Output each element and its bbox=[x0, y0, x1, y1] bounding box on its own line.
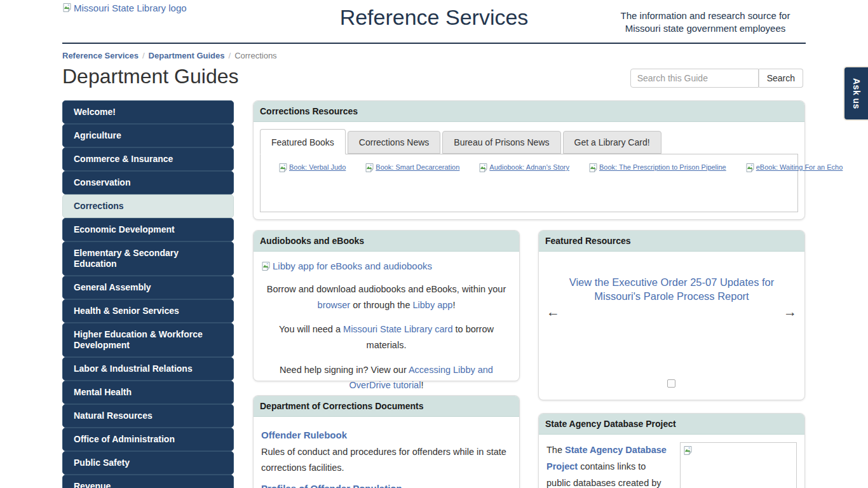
corrections-resources-body: Featured Books Corrections News Bureau o… bbox=[254, 122, 804, 212]
sidebar-item-agriculture[interactable]: Agriculture bbox=[62, 124, 234, 147]
text-fragment: Borrow and download audiobooks and eBook… bbox=[267, 284, 506, 294]
corrections-resources-title: Corrections Resources bbox=[254, 101, 804, 122]
sidebar-item-general-assembly[interactable]: General Assembly bbox=[62, 276, 234, 299]
sidebar-item-higher-education-workforce[interactable]: Higher Education & Workforce Development bbox=[62, 323, 234, 357]
sidebar-item-economic-development[interactable]: Economic Development bbox=[62, 218, 234, 241]
text-fragment: Need help signing in? View our bbox=[280, 365, 409, 375]
text-fragment: The bbox=[546, 445, 565, 455]
corrections-documents-box: Department of Corrections Documents Offe… bbox=[253, 395, 520, 488]
featured-resources-title: Featured Resources bbox=[539, 231, 804, 252]
book-link-smart-decarceration[interactable]: Book: Smart Decarceration bbox=[365, 163, 459, 173]
library-card-paragraph: You will need a Missouri State Library c… bbox=[261, 322, 512, 353]
broken-image-icon bbox=[365, 163, 375, 173]
featured-resources-carousel: View the Executive Order 25-07 Updates f… bbox=[539, 252, 804, 400]
tab-bureau-of-prisons-news[interactable]: Bureau of Prisons News bbox=[442, 131, 560, 154]
offender-rulebook-description: Rules of conduct and procedures for offe… bbox=[261, 444, 512, 477]
search-input[interactable] bbox=[630, 69, 759, 88]
breadcrumb-separator: / bbox=[142, 51, 145, 60]
corrections-resources-box: Corrections Resources Featured Books Cor… bbox=[253, 100, 805, 220]
carousel-next-icon[interactable]: → bbox=[783, 305, 797, 318]
sidebar-item-labor-industrial-relations[interactable]: Labor & Industrial Relations bbox=[62, 357, 234, 381]
sidebar-item-corrections[interactable]: Corrections bbox=[62, 194, 234, 218]
broken-image-icon bbox=[261, 261, 271, 271]
book-link-waiting-for-an-echo[interactable]: eBook: Waiting For an Echo bbox=[745, 163, 843, 173]
carousel-prev-icon[interactable]: ← bbox=[546, 305, 560, 318]
carousel-dot[interactable] bbox=[667, 379, 675, 388]
broken-image-icon bbox=[588, 163, 599, 173]
book-link-prescription-to-prison-pipeline[interactable]: Book: The Prescription to Prison Pipelin… bbox=[588, 163, 726, 173]
featured-books-row: Book: Verbal Judo Book: Smart Decarcerat… bbox=[278, 163, 780, 173]
featured-books-panel: Book: Verbal Judo Book: Smart Decarcerat… bbox=[260, 154, 798, 212]
guide-page-nav: Welcome! Agriculture Commerce & Insuranc… bbox=[62, 100, 234, 488]
text-fragment: ! bbox=[452, 300, 455, 310]
breadcrumb-department-guides[interactable]: Department Guides bbox=[149, 51, 225, 60]
resources-tab-bar: Featured Books Corrections News Bureau o… bbox=[260, 129, 798, 154]
help-paragraph: Need help signing in? View our Accessing… bbox=[261, 362, 512, 393]
breadcrumb-reference-services[interactable]: Reference Services bbox=[62, 51, 139, 60]
audiobooks-ebooks-body: Libby app for eBooks and audiobooks Borr… bbox=[254, 252, 519, 410]
sidebar-item-public-safety[interactable]: Public Safety bbox=[62, 451, 234, 475]
borrow-paragraph: Borrow and download audiobooks and eBook… bbox=[261, 281, 512, 313]
corrections-documents-body: Offender Rulebook Rules of conduct and p… bbox=[254, 417, 519, 488]
ask-us-tab[interactable]: Ask us bbox=[843, 66, 868, 121]
broken-image-icon bbox=[745, 163, 756, 173]
libby-app-image-link[interactable]: Libby app for eBooks and audiobooks bbox=[261, 261, 512, 271]
audiobooks-ebooks-box: Audiobooks and eBooks Libby app for eBoo… bbox=[253, 230, 520, 381]
broken-image-icon bbox=[683, 445, 693, 456]
missouri-state-library-card-link[interactable]: Missouri State Library card bbox=[343, 324, 452, 334]
book-link-verbal-judo[interactable]: Book: Verbal Judo bbox=[278, 163, 346, 173]
page-title: Department Guides bbox=[62, 65, 238, 88]
search-button[interactable]: Search bbox=[759, 69, 803, 88]
guide-search: Search bbox=[630, 69, 803, 88]
state-agency-database-paragraph: The State Agency Database Project contai… bbox=[546, 442, 671, 488]
breadcrumb-current-corrections: Corrections bbox=[234, 51, 276, 60]
state-agency-database-title: State Agency Database Project bbox=[539, 414, 804, 435]
book-alt-text: eBook: Waiting For an Echo bbox=[756, 163, 843, 172]
header-divider bbox=[62, 43, 806, 44]
main-content: Corrections Resources Featured Books Cor… bbox=[253, 100, 805, 488]
sidebar-item-health-senior-services[interactable]: Health & Senior Services bbox=[62, 299, 234, 323]
sidebar-item-office-of-administration[interactable]: Office of Administration bbox=[62, 428, 234, 451]
libby-app-link[interactable]: Libby app bbox=[413, 300, 453, 310]
book-alt-text: Book: Smart Decarceration bbox=[376, 163, 459, 172]
book-alt-text: Book: Verbal Judo bbox=[289, 163, 346, 172]
state-agency-database-box: State Agency Database Project The State … bbox=[538, 413, 805, 488]
tab-get-a-library-card[interactable]: Get a Library Card! bbox=[563, 131, 661, 154]
sidebar-item-conservation[interactable]: Conservation bbox=[62, 171, 234, 194]
executive-order-slide-link[interactable]: View the Executive Order 25-07 Updates f… bbox=[564, 276, 779, 304]
book-alt-text: Book: The Prescription to Prison Pipelin… bbox=[599, 163, 726, 172]
browser-link[interactable]: browser bbox=[318, 300, 351, 310]
tab-featured-books[interactable]: Featured Books bbox=[260, 129, 346, 154]
profiles-of-offender-population-link[interactable]: Profiles of Offender Population bbox=[261, 483, 512, 488]
state-agency-database-body: The State Agency Database Project contai… bbox=[539, 435, 804, 488]
state-agency-database-image bbox=[680, 442, 797, 488]
sidebar-item-mental-health[interactable]: Mental Health bbox=[62, 381, 234, 404]
book-alt-text: Audiobook: Adnan's Story bbox=[489, 163, 569, 172]
broken-image-icon bbox=[278, 163, 288, 173]
offender-rulebook-link[interactable]: Offender Rulebook bbox=[261, 430, 512, 440]
site-tagline: The information and research source for … bbox=[613, 10, 798, 36]
sidebar-item-elementary-secondary-education[interactable]: Elementary & Secondary Education bbox=[62, 241, 234, 276]
page: Missouri State Library logo Reference Se… bbox=[0, 0, 868, 488]
breadcrumb-separator: / bbox=[229, 51, 231, 60]
featured-resources-box: Featured Resources View the Executive Or… bbox=[538, 230, 805, 400]
sidebar-item-natural-resources[interactable]: Natural Resources bbox=[62, 404, 234, 428]
audiobooks-ebooks-title: Audiobooks and eBooks bbox=[254, 231, 519, 252]
sidebar-item-commerce-insurance[interactable]: Commerce & Insurance bbox=[62, 147, 234, 171]
ask-us-label: Ask us bbox=[851, 78, 862, 109]
text-fragment: or through the bbox=[350, 300, 412, 310]
tab-corrections-news[interactable]: Corrections News bbox=[348, 131, 440, 154]
sidebar-item-revenue[interactable]: Revenue bbox=[62, 475, 234, 488]
breadcrumb: Reference Services/Department Guides/Cor… bbox=[62, 51, 277, 60]
libby-image-alt-text: Libby app for eBooks and audiobooks bbox=[273, 261, 432, 271]
text-fragment: You will need a bbox=[279, 324, 343, 334]
book-link-adnans-story[interactable]: Audiobook: Adnan's Story bbox=[478, 163, 569, 173]
text-fragment: ! bbox=[421, 380, 423, 390]
broken-image-icon bbox=[478, 163, 489, 173]
corrections-documents-title: Department of Corrections Documents bbox=[254, 396, 519, 417]
sidebar-item-welcome[interactable]: Welcome! bbox=[62, 100, 234, 124]
